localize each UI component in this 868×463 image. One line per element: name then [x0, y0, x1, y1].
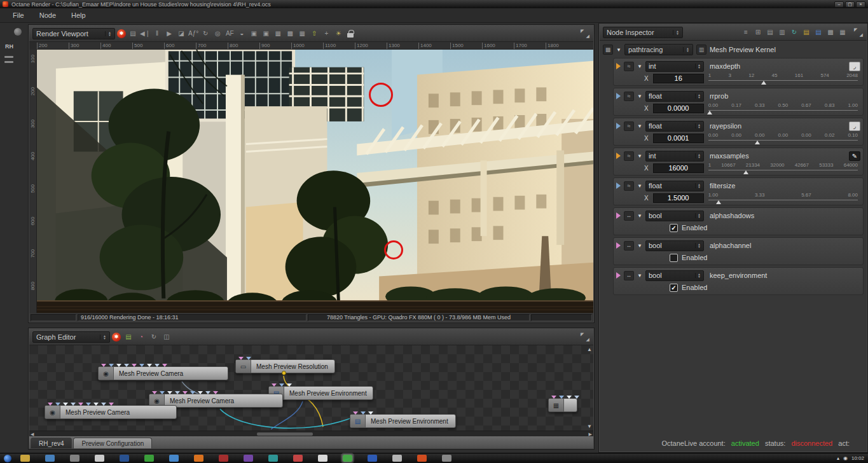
- dock-list-icon[interactable]: [4, 61, 13, 63]
- material-picker-icon[interactable]: ◔: [136, 332, 146, 342]
- collapse-triangle-icon[interactable]: ▼: [637, 93, 642, 99]
- param-checkbox[interactable]: ✓: [670, 284, 678, 292]
- dock-list-icon[interactable]: [4, 56, 13, 58]
- node-pin-icon[interactable]: [567, 396, 572, 399]
- node-pin-icon[interactable]: [116, 364, 121, 367]
- lock-icon[interactable]: [345, 29, 355, 39]
- menu-item-file[interactable]: File: [5, 8, 32, 22]
- node-pin-icon[interactable]: [616, 153, 621, 159]
- graph-tab-preview-configuration[interactable]: Preview Configuration: [73, 438, 152, 448]
- tray-arrow-icon[interactable]: ▴: [837, 455, 839, 461]
- node-pin-icon[interactable]: [162, 364, 167, 367]
- refresh-graph-icon[interactable]: ↻: [149, 332, 159, 342]
- taskbar-app-icon[interactable]: [442, 455, 451, 462]
- node-pin-icon[interactable]: [86, 403, 91, 406]
- sun-icon[interactable]: ☀: [333, 29, 343, 39]
- export-image-icon[interactable]: ⇧: [309, 29, 319, 39]
- taskbar-app-icon[interactable]: [169, 455, 179, 462]
- node-pin-icon[interactable]: [551, 396, 556, 399]
- graph-node[interactable]: ▭Mesh Preview Resolution: [235, 359, 335, 373]
- taskbar-app-icon[interactable]: [70, 455, 79, 462]
- curve-button[interactable]: ◞: [849, 121, 860, 131]
- node-pin-icon[interactable]: [139, 364, 144, 367]
- white-balance-icon[interactable]: ↻: [200, 29, 210, 39]
- list-view-icon[interactable]: ≡: [741, 27, 751, 38]
- param-kind-icon[interactable]: ≈: [624, 151, 634, 161]
- pixel-picker-icon[interactable]: +: [321, 29, 331, 39]
- fullscreen-icon[interactable]: [580, 332, 590, 342]
- node-pin-icon[interactable]: [287, 384, 292, 387]
- node-pin-icon[interactable]: [246, 357, 251, 360]
- maximize-button[interactable]: ▢: [845, 1, 855, 8]
- clear-graph-icon[interactable]: ◫: [162, 332, 172, 342]
- collapse-triangle-icon[interactable]: ▼: [637, 153, 642, 159]
- copy-pass-b-icon[interactable]: ▣: [261, 29, 271, 39]
- pen-button[interactable]: ✎: [849, 151, 860, 161]
- node-graph-canvas[interactable]: ▲ ▼ ◉Mesh Preview Camera▭Mesh Preview Re…: [29, 345, 593, 431]
- collapse-triangle-icon[interactable]: ▼: [637, 243, 642, 249]
- scrollbar-thumb[interactable]: [257, 432, 313, 436]
- node-pin-icon[interactable]: [616, 123, 621, 129]
- node-pin-icon[interactable]: [559, 396, 564, 399]
- menu-item-node[interactable]: Node: [32, 8, 64, 22]
- graph-node[interactable]: ◉Mesh Preview Camera: [45, 405, 177, 419]
- param-value-input[interactable]: [653, 74, 704, 83]
- start-button[interactable]: [4, 455, 11, 462]
- param-kind-icon[interactable]: ≈: [624, 181, 634, 191]
- node-pin-icon[interactable]: [167, 391, 172, 394]
- taskbar-app-icon[interactable]: [20, 455, 30, 462]
- node-pin-icon[interactable]: [183, 391, 188, 394]
- save-node-icon[interactable]: ▤: [765, 27, 775, 38]
- collapse-triangle-icon[interactable]: ▼: [637, 123, 642, 129]
- octane-logo-icon[interactable]: ✱: [112, 333, 121, 342]
- dock-circle-button[interactable]: [14, 28, 22, 36]
- render-slate-icon[interactable]: ◪: [176, 29, 186, 39]
- node-pin-icon[interactable]: [616, 272, 621, 279]
- node-pin-icon[interactable]: [132, 364, 137, 367]
- node-pin-icon[interactable]: [616, 242, 621, 249]
- minimize-button[interactable]: –: [834, 1, 844, 8]
- menu-item-help[interactable]: Help: [64, 8, 93, 22]
- node-pin-icon[interactable]: [78, 403, 83, 406]
- slider-marker[interactable]: [707, 111, 712, 114]
- slider-marker[interactable]: [716, 200, 721, 204]
- collapse-triangle-icon[interactable]: ▼: [637, 183, 642, 189]
- param-slider[interactable]: 1106672133432000426675333364000: [708, 162, 858, 174]
- node-thumbnail-icon[interactable]: ▩: [603, 45, 613, 55]
- param-value-input[interactable]: [653, 193, 704, 203]
- render-image[interactable]: [37, 50, 593, 313]
- taskbar-app-icon[interactable]: [244, 455, 253, 462]
- param-slider[interactable]: 1.003.335.678.00: [708, 192, 858, 204]
- graph-node[interactable]: ▤Mesh Preview Environment: [268, 386, 373, 400]
- split-panels-icon[interactable]: ⊞: [753, 27, 763, 38]
- param-value-input[interactable]: [653, 134, 704, 143]
- param-kind-icon[interactable]: ↔: [624, 211, 634, 221]
- kernel-type-select[interactable]: pathtracing ▲▼: [624, 44, 693, 55]
- node-pin-icon[interactable]: [616, 63, 621, 69]
- octane-logo-icon[interactable]: ✱: [117, 29, 126, 38]
- taskbar-app-icon[interactable]: [293, 455, 303, 462]
- taskbar-app-icon[interactable]: [343, 455, 352, 462]
- node-pin-icon[interactable]: [368, 411, 373, 415]
- export-node-icon[interactable]: ▤: [801, 27, 811, 38]
- param-type-select[interactable]: bool▲▼: [645, 211, 704, 221]
- collapse-triangle-icon[interactable]: ▼: [637, 213, 642, 219]
- node-pin-icon[interactable]: [48, 403, 53, 406]
- play-icon[interactable]: ▶: [164, 29, 174, 39]
- tray-network-icon[interactable]: ◉: [843, 455, 848, 461]
- taskbar-app-icon[interactable]: [219, 455, 228, 462]
- node-pin-icon[interactable]: [616, 183, 621, 189]
- param-type-select[interactable]: float▲▼: [645, 121, 704, 132]
- node-output-pin[interactable]: [282, 371, 286, 375]
- taskbar-app-icon[interactable]: [95, 455, 104, 462]
- close-button[interactable]: ×: [856, 1, 865, 8]
- collapse-triangle-icon[interactable]: ▼: [616, 47, 621, 53]
- subsample-grid-icon[interactable]: ▦: [297, 29, 307, 39]
- checker-overlay-icon[interactable]: ▩: [285, 29, 295, 39]
- node-pin-icon[interactable]: [190, 391, 195, 394]
- slider-marker[interactable]: [761, 81, 766, 85]
- node-pin-icon[interactable]: [155, 364, 160, 367]
- history-icon[interactable]: ↻: [789, 27, 799, 38]
- graph-node[interactable]: ▤Mesh Preview Environment: [350, 414, 456, 428]
- graph-horizontal-scrollbar[interactable]: ◀ ▶: [29, 431, 593, 436]
